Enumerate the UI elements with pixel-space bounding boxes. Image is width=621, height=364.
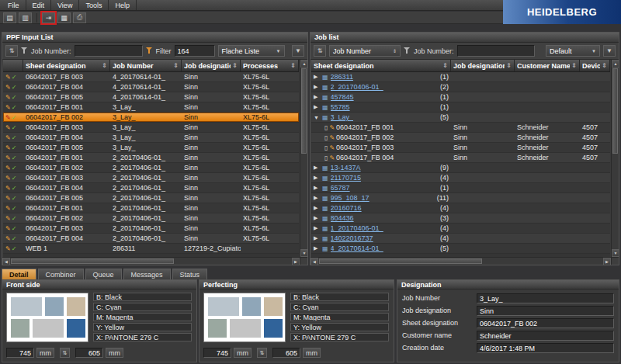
dimension-stepper[interactable]: ⇅	[60, 348, 70, 358]
perfecting-thumbnail[interactable]	[203, 293, 286, 342]
view-mode-select[interactable]: Flache Liste ▼	[218, 45, 285, 57]
column-header[interactable]: Processes⇕	[241, 60, 299, 71]
job-group-row[interactable]: ▼▦3_Lay_(5)	[311, 113, 610, 123]
chevron-collapsed-icon[interactable]: ▶	[314, 175, 322, 181]
menu-item-tools[interactable]: Tools	[79, 0, 109, 10]
scroll-thumb[interactable]	[319, 258, 482, 264]
preset-select[interactable]: Default ▼	[546, 45, 600, 57]
job-group-row[interactable]: ▶▦65787(1)	[311, 183, 610, 193]
ppf-table-row[interactable]: ✎✓06042017_FB 0042_20170406-01_SinnXL75-…	[3, 183, 299, 193]
field-value[interactable]: 4/6/2017 1:48 PM	[477, 343, 614, 353]
job-group-row[interactable]: ▶▦20160716(4)	[311, 203, 610, 213]
column-header[interactable]: Customer Name⇕	[515, 60, 580, 71]
panel-menu-button[interactable]: ▼	[603, 45, 616, 57]
chevron-collapsed-icon[interactable]: ▶	[314, 235, 322, 241]
job-link[interactable]: 1_20170406-01_	[331, 224, 383, 232]
job-child-row[interactable]: ▯✎06042017_FB 003SinnSchneider4507	[311, 143, 610, 153]
job-group-row[interactable]: ▶▦13-1437A(9)	[311, 163, 610, 173]
column-header[interactable]: Job designation⇕	[182, 60, 241, 71]
ppf-table-row[interactable]: ✎✓06042017_FB 0044_20170614-01_SinnXL75-…	[3, 82, 299, 92]
scroll-left-icon[interactable]: ◀	[310, 258, 318, 265]
chevron-collapsed-icon[interactable]: ▶	[314, 84, 322, 90]
job-link[interactable]: 804436	[331, 214, 354, 222]
job-group-row[interactable]: ▶▦55785(1)	[311, 102, 610, 113]
job-group-row[interactable]: ▶▦14022016737(4)	[311, 234, 610, 244]
job-group-row[interactable]: ▶▦4_20170614-01_(5)	[311, 244, 610, 254]
ppf-table-row[interactable]: ✎✓06042017_FB 0013_Lay_SinnXL75-6L	[3, 102, 299, 113]
job-group-row[interactable]: ▶▦21170715(4)	[311, 173, 610, 183]
panel-menu-button[interactable]: ▼	[292, 45, 304, 57]
job-link[interactable]: 20160716	[331, 204, 362, 212]
chevron-collapsed-icon[interactable]: ▶	[314, 94, 322, 100]
column-header[interactable]: Device⇕	[580, 60, 610, 71]
ppf-table-row[interactable]: ✎✓06042017_FB 0042_20170406-01_SinnXL75-…	[3, 234, 299, 244]
tab-combiner[interactable]: Combiner	[38, 269, 84, 279]
sort-order-button[interactable]: ⇅	[5, 45, 18, 57]
ppf-table-row[interactable]: ✎✓06042017_FB 0054_20170614-01_SinnXL75-…	[3, 92, 299, 102]
menu-item-help[interactable]: Help	[109, 0, 137, 10]
filter-input[interactable]	[175, 45, 215, 57]
tab-detail[interactable]: Detail	[2, 269, 36, 279]
column-header[interactable]: Sheet designation⇕	[23, 60, 110, 71]
job-child-row[interactable]: ▯✎06042017_FB 002SinnSchneider4507	[311, 133, 610, 143]
chevron-collapsed-icon[interactable]: ▶	[314, 165, 322, 171]
menu-item-file[interactable]: File	[2, 0, 26, 10]
column-header[interactable]: Sheet designation⇕	[311, 60, 451, 71]
ppf-table-row[interactable]: ✎✓06042017_FB 0033_Lay_SinnXL75-6L	[3, 123, 299, 133]
ppf-table-row[interactable]: ✎✓06042017_FB 0012_20170406-01_SinnXL75-…	[3, 203, 299, 213]
job-child-row[interactable]: ▯✎06042017_FB 004SinnSchneider4507	[311, 153, 610, 163]
print-queue-icon[interactable]: ⎙	[73, 12, 86, 23]
job-child-row[interactable]: ▯✎06042017_FB 001SinnSchneider4507	[311, 123, 610, 133]
chevron-collapsed-icon[interactable]: ▶	[314, 245, 322, 251]
tab-messages[interactable]: Messages	[123, 269, 171, 279]
chevron-collapsed-icon[interactable]: ▶	[314, 205, 322, 211]
ppf-table-row[interactable]: ✎✓06042017_FB 0032_20170406-01_SinnXL75-…	[3, 224, 299, 234]
height-field[interactable]: 605	[272, 348, 300, 358]
field-value[interactable]: Sinn	[477, 306, 614, 316]
job-link[interactable]: 286311	[331, 73, 353, 81]
job-vertical-scrollbar[interactable]: ▲ ▼	[611, 60, 619, 257]
job-link[interactable]: 13-1437A	[331, 164, 361, 172]
width-field[interactable]: 745	[6, 348, 34, 358]
ppf-horizontal-scrollbar[interactable]: ◀ ▶	[2, 257, 300, 265]
front-side-thumbnail[interactable]	[6, 293, 88, 342]
scroll-right-icon[interactable]: ▶	[292, 258, 300, 265]
chevron-collapsed-icon[interactable]: ▶	[314, 185, 322, 191]
dimension-stepper[interactable]: ⇅	[257, 348, 267, 358]
ppf-table-row[interactable]: ✎✓WEB 1286311127219-2_Cupiaton_S&R_X...	[3, 244, 299, 254]
chevron-collapsed-icon[interactable]: ▶	[314, 74, 322, 80]
width-field[interactable]: 745	[203, 348, 231, 358]
job-link[interactable]: 21170715	[331, 174, 361, 182]
job-group-row[interactable]: ▶▦457845(1)	[311, 92, 610, 102]
job-link[interactable]: 14022016737	[331, 234, 373, 242]
scroll-thumb[interactable]	[11, 258, 174, 264]
column-header[interactable]: Job designation⇕	[451, 60, 515, 71]
menu-item-view[interactable]: View	[51, 0, 79, 10]
scroll-thumb[interactable]	[612, 68, 618, 154]
ppf-table-row[interactable]: ✎✓06042017_FB 0022_20170406-01_SinnXL75-…	[3, 213, 299, 224]
field-value[interactable]: Schneider	[477, 331, 614, 341]
ppf-table-row[interactable]: ✎✓06042017_FB 0023_Lay_SinnXL75-6L	[3, 113, 299, 123]
sort-field-select[interactable]: Job Number ⇕	[329, 45, 401, 57]
chevron-collapsed-icon[interactable]: ▶	[314, 215, 322, 221]
height-field[interactable]: 605	[75, 348, 103, 358]
column-header[interactable]: Job Number⇕	[110, 60, 182, 71]
job-number-input[interactable]	[75, 45, 143, 57]
job-link[interactable]: 2_20170406-01_	[331, 83, 383, 91]
scroll-thumb[interactable]	[301, 68, 307, 154]
job-group-row[interactable]: ▶▦286311(1)	[311, 72, 610, 82]
document-list-icon[interactable]: ▤	[3, 12, 16, 23]
scroll-down-icon[interactable]: ▼	[300, 249, 308, 257]
ppf-table-row[interactable]: ✎✓06042017_FB 0034_20170614-01_SinnXL75-…	[3, 72, 299, 82]
chevron-collapsed-icon[interactable]: ▶	[314, 104, 322, 110]
tab-status[interactable]: Status	[172, 269, 208, 279]
chevron-collapsed-icon[interactable]: ▶	[314, 225, 322, 231]
job-link[interactable]: 995_108_17	[331, 194, 369, 202]
scroll-up-icon[interactable]: ▲	[612, 60, 619, 68]
job-group-row[interactable]: ▶▦804436(3)	[311, 213, 610, 224]
job-group-row[interactable]: ▶▦995_108_17(11)	[311, 193, 610, 203]
job-group-row[interactable]: ▶▦1_20170406-01_(4)	[311, 224, 610, 234]
ppf-import-icon[interactable]: ⇥	[42, 12, 55, 23]
open-job-icon[interactable]: ▥	[19, 12, 32, 23]
chevron-expanded-icon[interactable]: ▼	[314, 115, 322, 120]
